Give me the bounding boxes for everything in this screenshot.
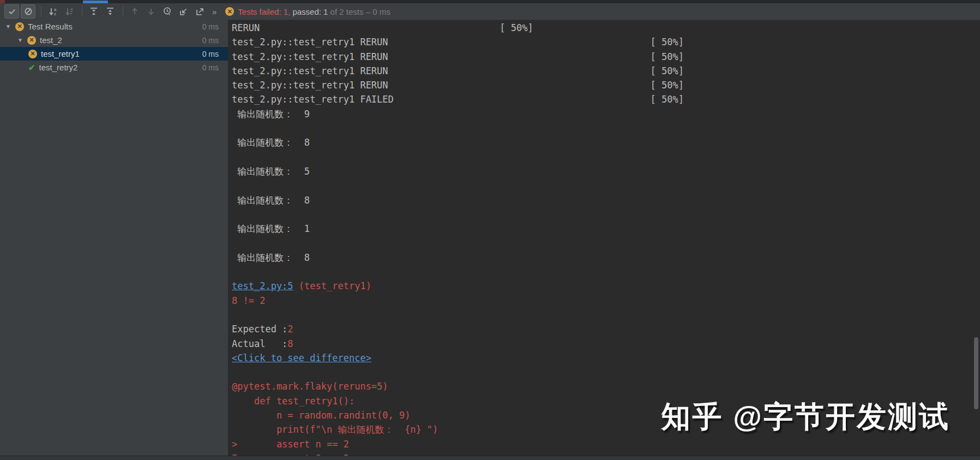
- see-difference-link[interactable]: <Click to see difference>: [232, 353, 371, 363]
- console-text: 8: [287, 338, 293, 349]
- console-text: 输出随机数： 9: [232, 109, 315, 120]
- test-failed-icon: ✕: [27, 36, 36, 45]
- console-line: Expected :2: [232, 322, 980, 336]
- expand-all-icon: [89, 7, 99, 16]
- expand-all-button[interactable]: [86, 4, 101, 19]
- export-test-results-button[interactable]: [193, 4, 207, 19]
- sort-by-duration-button[interactable]: [62, 4, 76, 19]
- console-line: test_2.py::test_retry1 FAILED [ 50%]: [232, 92, 980, 106]
- test-duration: 0 ms: [202, 50, 219, 58]
- test-failed-icon: ✕: [225, 7, 234, 16]
- test-failed-icon: ✕: [28, 50, 37, 58]
- console-text: 输出随机数： 8: [232, 195, 315, 206]
- console-line: [232, 178, 980, 193]
- sort-alpha-icon: a z: [48, 7, 58, 16]
- console-line: test_2.py::test_retry1 RERUN [ 50%]: [232, 35, 980, 49]
- more-actions-chevron[interactable]: »: [212, 7, 215, 16]
- console-line: test_2.py::test_retry1 RERUN [ 50%]: [232, 78, 980, 92]
- show-ignored-button[interactable]: [21, 4, 35, 19]
- console-line: 输出随机数： 8: [232, 250, 980, 265]
- console-line: [232, 365, 980, 379]
- test-tree-row[interactable]: ▼ ✕ Test Results 0 ms: [0, 20, 228, 33]
- console-text: 输出随机数： 5: [232, 166, 315, 177]
- collapse-all-icon: [105, 7, 115, 16]
- export-icon: [195, 7, 205, 16]
- console-text: test_2.py::test_retry1 RERUN [ 50%]: [232, 51, 684, 62]
- console-vertical-scrollbar[interactable]: [974, 337, 978, 409]
- expand-arrow-icon[interactable]: ▼: [16, 37, 24, 43]
- console-text: test_2.py::test_retry1 RERUN [ 50%]: [232, 37, 684, 47]
- watermark-text: 知乎 @字节开发测试: [661, 397, 950, 437]
- window-bottom-edge: [0, 456, 980, 460]
- console-text: 输出随机数： 1: [232, 223, 315, 234]
- console-line: [232, 236, 980, 250]
- test-status-summary: ✕ Tests failed: 1, passed: 1 of 2 tests …: [225, 7, 390, 16]
- console-line: test_2.py::test_retry1 RERUN [ 50%]: [232, 50, 980, 64]
- expand-arrow-icon[interactable]: ▼: [4, 23, 12, 29]
- console-text: (test_retry1): [299, 280, 371, 291]
- import-icon: [179, 7, 189, 16]
- console-line: 输出随机数： 8: [232, 193, 980, 207]
- status-failed-text: Tests failed: 1,: [238, 7, 290, 16]
- no-entry-icon: [24, 7, 33, 16]
- console-line: E assert 8 == 2: [232, 451, 980, 456]
- file-line-link[interactable]: test_2.py:5: [232, 280, 293, 291]
- toolbar-separator: [82, 6, 82, 17]
- console-text: > assert n == 2: [232, 439, 349, 450]
- console-text: RERUN [ 50%]: [232, 22, 533, 33]
- console-line: test_2.py::test_retry1 RERUN [ 50%]: [232, 64, 980, 78]
- test-passed-icon: ✔: [28, 63, 35, 73]
- test-history-button[interactable]: [160, 4, 175, 19]
- console-text: 输出随机数： 8: [232, 137, 315, 148]
- console-text: Expected :: [232, 324, 287, 334]
- console-line: 输出随机数： 9: [232, 107, 980, 121]
- console-line: <Click to see difference>: [232, 351, 980, 365]
- arrow-down-icon: [147, 7, 155, 16]
- sort-alphabetically-button[interactable]: a z: [45, 4, 60, 19]
- sort-duration-icon: [64, 7, 74, 16]
- console-text: def test_retry1():: [232, 396, 354, 407]
- test-tree-row[interactable]: ▼ ✕ test_2 0 ms: [0, 33, 228, 47]
- test-failed-icon: ✕: [15, 22, 24, 31]
- show-passed-button[interactable]: [4, 4, 19, 19]
- test-output-console[interactable]: RERUN [ 50%]test_2.py::test_retry1 RERUN…: [229, 20, 980, 456]
- console-text: 2: [287, 324, 293, 334]
- test-toolbar: a z: [0, 3, 980, 20]
- test-name-label: test_2: [40, 35, 228, 45]
- status-rest-text: of 2 tests – 0 ms: [328, 7, 390, 16]
- console-text: 输出随机数： 8: [232, 252, 315, 263]
- test-tree-row[interactable]: ✔ test_retry2 0 ms: [0, 61, 228, 74]
- console-line: Actual :8: [232, 337, 980, 351]
- test-runner-window: a z: [0, 0, 980, 460]
- console-line: @pytest.mark.flaky(reruns=5): [232, 379, 980, 393]
- test-name-label: test_retry2: [39, 63, 228, 72]
- console-text: print(f"\n 输出随机数： {n} "): [232, 424, 438, 435]
- console-text: Actual :: [232, 338, 287, 349]
- console-text: n = random.randint(0, 9): [232, 410, 411, 421]
- console-line: [232, 150, 980, 164]
- collapse-all-button[interactable]: [103, 4, 117, 19]
- test-duration: 0 ms: [202, 22, 219, 31]
- console-text: [293, 280, 299, 291]
- console-text: test_2.py::test_retry1 RERUN [ 50%]: [232, 80, 684, 91]
- toolbar-separator: [123, 6, 123, 17]
- console-text: @pytest.mark.flaky(reruns=5): [232, 381, 388, 392]
- check-icon: [8, 7, 16, 16]
- console-line: 输出随机数： 8: [232, 135, 980, 150]
- next-failed-test-button[interactable]: [143, 4, 158, 19]
- console-line: 输出随机数： 5: [232, 164, 980, 178]
- console-line: > assert n == 2: [232, 437, 980, 451]
- test-name-label: test_retry1: [41, 49, 228, 58]
- console-text: 8 != 2: [232, 295, 265, 306]
- console-text: test_2.py::test_retry1 RERUN [ 50%]: [232, 65, 684, 76]
- test-tree[interactable]: ▼ ✕ Test Results 0 ms ▼ ✕ test_2 0 ms ✕ …: [0, 20, 229, 456]
- console-line: RERUN [ 50%]: [232, 21, 980, 35]
- console-line: 8 != 2: [232, 294, 980, 308]
- test-tree-row[interactable]: ✕ test_retry1 0 ms: [0, 47, 228, 61]
- console-text: test_2.py::test_retry1 FAILED [ 50%]: [232, 94, 684, 105]
- arrow-up-icon: [130, 7, 139, 16]
- import-test-results-button[interactable]: [176, 4, 191, 19]
- toolbar-separator: [41, 6, 41, 17]
- console-line: test_2.py:5 (test_retry1): [232, 279, 980, 293]
- previous-failed-test-button[interactable]: [127, 4, 142, 19]
